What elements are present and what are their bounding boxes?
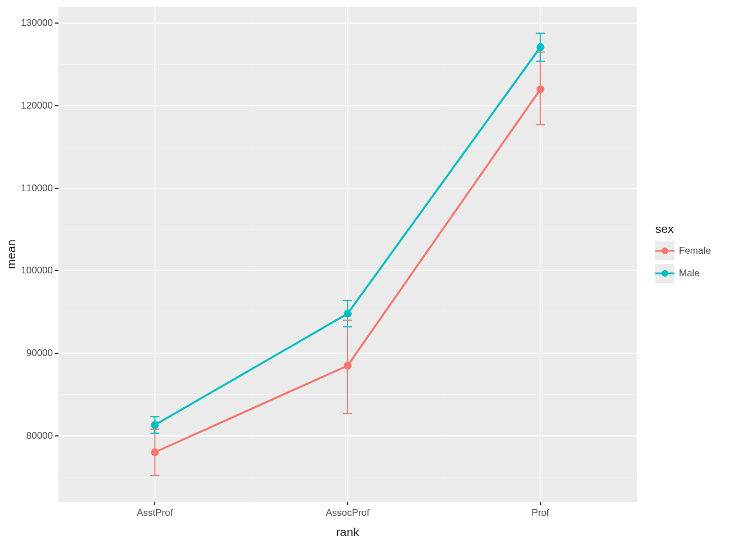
- data-point: [537, 86, 544, 93]
- legend-item: Female: [655, 241, 711, 260]
- legend-point-icon: [662, 248, 668, 254]
- y-tick: [55, 188, 58, 189]
- legend-label: Male: [679, 268, 700, 279]
- legend-label: Female: [679, 245, 711, 256]
- y-tick-label: 120000: [21, 100, 53, 111]
- legend-key: [655, 264, 674, 283]
- data-point: [344, 310, 352, 318]
- x-tick: [540, 502, 541, 505]
- y-tick: [55, 435, 58, 436]
- legend-item: Male: [655, 264, 711, 283]
- legend-key: [655, 241, 674, 260]
- data-point: [344, 362, 352, 370]
- data-point: [537, 43, 544, 51]
- data-point: [151, 421, 159, 429]
- x-tick-label: AsstProf: [137, 507, 173, 519]
- y-tick: [55, 105, 58, 106]
- y-tick-label: 110000: [21, 183, 53, 194]
- plot-svg: [0, 0, 756, 540]
- x-tick-label: Prof: [532, 507, 549, 519]
- y-tick-label: 130000: [21, 17, 53, 29]
- x-axis-title: rank: [336, 525, 359, 539]
- y-tick: [55, 353, 58, 354]
- y-axis-title: mean: [4, 240, 18, 269]
- legend: sex FemaleMale: [655, 222, 711, 283]
- y-tick-label: 80000: [26, 430, 53, 442]
- data-point: [151, 448, 159, 456]
- y-tick: [55, 22, 58, 24]
- legend-title: sex: [655, 222, 711, 236]
- y-tick: [55, 270, 58, 271]
- chart-figure: mean rank sex FemaleMale 800009000010000…: [0, 0, 756, 540]
- y-tick-label: 100000: [21, 265, 53, 276]
- x-tick: [154, 502, 155, 505]
- legend-point-icon: [662, 270, 668, 277]
- x-tick-label: AssocProf: [326, 507, 369, 519]
- x-tick: [347, 502, 348, 505]
- y-tick-label: 90000: [26, 348, 53, 359]
